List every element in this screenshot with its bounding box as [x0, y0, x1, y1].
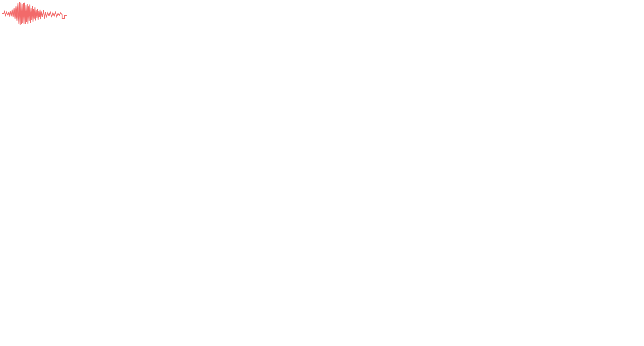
logo-seismic-waveform-icon [2, 2, 67, 25]
psl-logo-art [1, 1, 69, 27]
helicorder-plot [0, 0, 644, 346]
helicorder-page: { "logo": { "letters": ["P", "S", "L"], … [0, 0, 644, 346]
psl-logo [1, 1, 69, 29]
